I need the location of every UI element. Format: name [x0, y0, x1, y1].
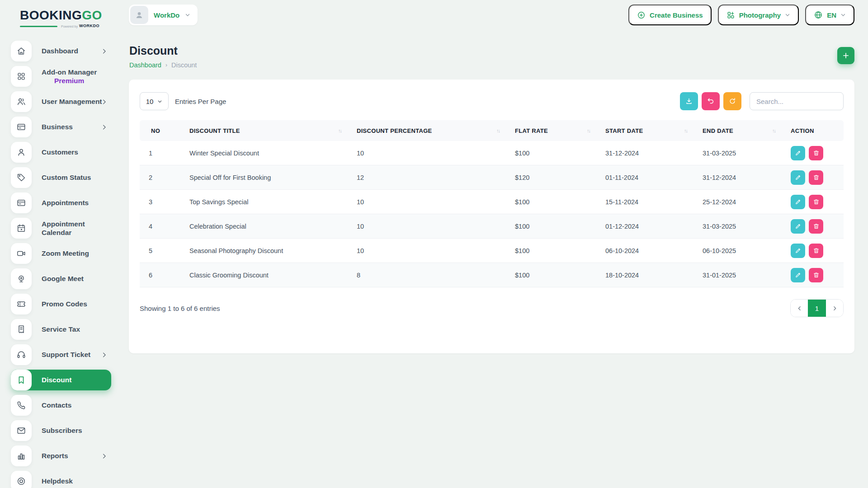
column-header-discount-title[interactable]: DISCOUNT TITLE↑↓ [180, 120, 348, 141]
plus-circle-icon [637, 11, 646, 19]
delete-button[interactable] [809, 195, 823, 209]
sidebar-item-discount[interactable]: Discount [11, 370, 111, 390]
sidebar-item-label: Subscribers [42, 426, 82, 435]
chevron-right-icon [101, 453, 108, 460]
table-footer: Showing 1 to 6 of 6 entries 1 [140, 299, 844, 317]
breadcrumb-dashboard-link[interactable]: Dashboard [129, 61, 161, 69]
table-row: 3Top Savings Special10$10015-11-202425-1… [140, 190, 844, 214]
sidebar-item-reports[interactable]: Reports [11, 446, 111, 466]
refresh-button[interactable] [723, 92, 741, 110]
edit-button[interactable] [791, 146, 805, 160]
home-icon [11, 41, 32, 61]
sort-icon[interactable]: ↑↓ [684, 128, 689, 133]
premium-badge: Premium [54, 76, 84, 85]
row-start-date: 31-12-2024 [596, 141, 693, 165]
add-discount-button[interactable] [837, 47, 854, 64]
edit-button[interactable] [791, 195, 805, 209]
search-input[interactable] [750, 92, 844, 110]
column-label: START DATE [605, 127, 643, 134]
row-no: 5 [140, 239, 180, 263]
row-actions [782, 239, 844, 263]
row-title: Seasonal Photography Discount [180, 239, 348, 263]
row-start-date: 15-11-2024 [596, 190, 693, 214]
edit-button[interactable] [791, 268, 805, 282]
column-label: END DATE [703, 127, 733, 134]
column-header-end-date[interactable]: END DATE↑↓ [693, 120, 782, 141]
pagination-prev-button[interactable] [791, 300, 808, 317]
sort-icon[interactable]: ↑↓ [587, 128, 592, 133]
app-logo[interactable]: BOOKINGGO Powered by WORKDO [20, 9, 99, 28]
table-row: 6Classic Grooming Discount8$10018-10-202… [140, 263, 844, 287]
export-download-button[interactable] [680, 92, 698, 110]
sidebar-item-support-ticket[interactable]: Support Ticket [11, 344, 111, 365]
sidebar-item-add-on-manager[interactable]: Add-on ManagerPremium [11, 66, 111, 87]
sort-icon[interactable]: ↑↓ [338, 128, 343, 133]
reset-undo-button[interactable] [702, 92, 720, 110]
sidebar-nav: DashboardAdd-on ManagerPremiumUser Manag… [11, 41, 111, 488]
edit-button[interactable] [791, 219, 805, 234]
chevron-down-icon [785, 12, 790, 18]
sidebar-item-service-tax[interactable]: Service Tax [11, 319, 111, 340]
row-actions [782, 190, 844, 214]
sidebar-item-business[interactable]: Business [11, 117, 111, 137]
pencil-icon [795, 272, 802, 278]
chevron-down-icon [840, 12, 846, 18]
logo-underline: Powered by WORKDO [20, 23, 99, 28]
breadcrumb-separator-icon: › [165, 62, 167, 68]
sidebar-item-google-meet[interactable]: Google Meet [11, 268, 111, 289]
sidebar-item-label: Customers [42, 148, 78, 156]
addon-grid-icon [11, 66, 32, 87]
edit-button[interactable] [791, 244, 805, 258]
sidebar-item-appointment-calendar[interactable]: Appointment Calendar [11, 218, 111, 239]
sidebar-item-customers[interactable]: Customers [11, 142, 111, 163]
entries-per-page-select[interactable]: 10 [140, 92, 169, 110]
chevron-right-icon [101, 99, 108, 105]
column-label: FLAT RATE [515, 127, 548, 134]
sidebar-item-contacts[interactable]: Contacts [11, 395, 111, 416]
sidebar-item-dashboard[interactable]: Dashboard [11, 41, 111, 61]
create-business-label: Create Business [650, 11, 703, 19]
sidebar-item-appointments[interactable]: Appointments [11, 192, 111, 213]
delete-button[interactable] [809, 219, 823, 234]
row-flat-rate: $100 [506, 239, 596, 263]
delete-button[interactable] [809, 268, 823, 282]
pagination-next-button[interactable] [826, 300, 843, 317]
column-header-flat-rate[interactable]: FLAT RATE↑↓ [506, 120, 596, 141]
sidebar-item-helpdesk[interactable]: Helpdesk [11, 471, 111, 488]
sidebar-item-promo-codes[interactable]: Promo Codes [11, 294, 111, 314]
row-end-date: 06-10-2025 [693, 239, 782, 263]
pencil-icon [795, 150, 802, 156]
delete-button[interactable] [809, 244, 823, 258]
chevron-right-icon [101, 48, 108, 55]
table-row: 1Winter Special Discount10$10031-12-2024… [140, 141, 844, 165]
sort-icon[interactable]: ↑↓ [772, 128, 777, 133]
row-title: Classic Grooming Discount [180, 263, 348, 287]
sidebar-item-label: Helpdesk [42, 477, 73, 485]
delete-button[interactable] [809, 146, 823, 160]
edit-button[interactable] [791, 170, 805, 185]
sidebar-item-zoom-meeting[interactable]: Zoom Meeting [11, 243, 111, 264]
powered-by-brand: WORKDO [79, 23, 99, 28]
pagination-current-page[interactable]: 1 [808, 300, 826, 317]
topbar-actions: Create Business Photography EN [628, 5, 854, 25]
column-header-discount-percentage[interactable]: DISCOUNT PERCENTAGE↑↓ [348, 120, 506, 141]
sort-icon[interactable]: ↑↓ [496, 128, 501, 133]
language-selector[interactable]: EN [805, 5, 854, 25]
create-business-button[interactable]: Create Business [628, 5, 712, 25]
column-header-start-date[interactable]: START DATE↑↓ [596, 120, 693, 141]
sidebar-item-label: Custom Status [42, 173, 91, 182]
chevron-right-icon [101, 352, 108, 358]
row-percentage: 10 [348, 141, 506, 165]
breadcrumb: Dashboard › Discount [129, 61, 197, 69]
row-start-date: 18-10-2024 [596, 263, 693, 287]
row-end-date: 31-12-2024 [693, 165, 782, 190]
ticket-icon [11, 294, 32, 314]
sidebar-item-custom-status[interactable]: Custom Status [11, 167, 111, 188]
sidebar-item-user-management[interactable]: User Management [11, 91, 111, 112]
delete-button[interactable] [809, 170, 823, 185]
pencil-icon [795, 247, 802, 254]
sidebar-item-subscribers[interactable]: Subscribers [11, 420, 111, 441]
column-header-action: ACTION [782, 120, 844, 141]
business-selector[interactable]: Photography [718, 5, 799, 25]
workspace-selector[interactable]: WorkDo [129, 5, 198, 25]
